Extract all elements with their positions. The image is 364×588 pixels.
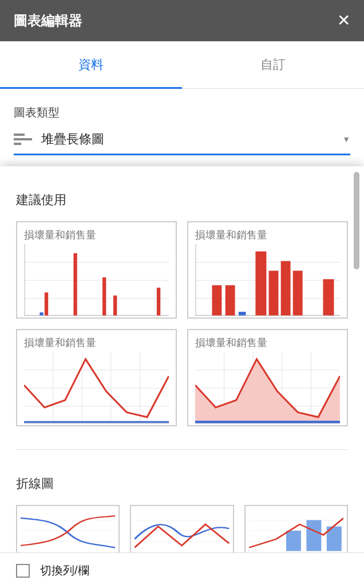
svg-rect-40 [195, 421, 340, 423]
svg-rect-51 [306, 520, 321, 551]
header-title: 圖表編輯器 [14, 11, 82, 30]
scrollbar-thumb[interactable] [354, 172, 359, 269]
svg-rect-5 [39, 312, 43, 315]
suggested-title: 建議使用 [16, 191, 348, 209]
content-area: 圖表類型 堆疊長條圖 ▼ [0, 89, 364, 155]
area-chart-icon [195, 352, 340, 425]
chart-type-label: 圖表類型 [14, 105, 350, 120]
footer-bar: 切換列/欄 [0, 552, 364, 588]
svg-rect-8 [102, 277, 106, 315]
svg-rect-19 [255, 252, 266, 316]
chevron-down-icon: ▼ [342, 135, 350, 144]
thumb-title: 損壞量和銷售量 [24, 228, 169, 242]
svg-rect-21 [281, 261, 291, 316]
svg-rect-23 [323, 279, 334, 315]
line-thumb-3[interactable] [244, 505, 348, 556]
thumb-title: 損壞量和銷售量 [195, 336, 340, 350]
thumb-title: 損壞量和銷售量 [24, 336, 169, 350]
tab-bar: 資料 自訂 [0, 41, 364, 89]
svg-rect-22 [293, 271, 303, 315]
divider [16, 449, 348, 450]
svg-rect-20 [269, 271, 279, 315]
svg-rect-17 [225, 285, 235, 316]
svg-rect-50 [286, 531, 301, 551]
svg-rect-7 [73, 253, 77, 316]
chart-type-dropdown: 建議使用 損壞量和銷售量 [0, 166, 364, 588]
chart-type-select[interactable]: 堆疊長條圖 ▼ [14, 131, 350, 155]
thumb-title: 損壞量和銷售量 [195, 228, 340, 242]
line-thumb-1[interactable] [16, 505, 120, 556]
line-thumbs-row [16, 505, 348, 556]
line-section-title: 折線圖 [16, 475, 348, 492]
stacked-bar-icon [14, 132, 32, 146]
svg-rect-9 [113, 296, 117, 316]
svg-rect-6 [45, 292, 48, 315]
suggested-grid: 損壞量和銷售量 [16, 221, 348, 426]
svg-rect-18 [239, 312, 246, 315]
chart-type-value: 堆疊長條圖 [41, 131, 342, 148]
tab-data[interactable]: 資料 [0, 41, 182, 88]
line-chart-icon [24, 352, 169, 425]
chart-thumb-bar-thin[interactable]: 損壞量和銷售量 [16, 221, 177, 319]
line-thumb-2[interactable] [130, 505, 234, 556]
bar-chart-icon [195, 244, 340, 317]
bar-chart-icon [24, 244, 169, 317]
chart-thumb-bar-thick[interactable]: 損壞量和銷售量 [187, 221, 348, 319]
tab-custom[interactable]: 自訂 [182, 41, 364, 88]
editor-header: 圖表編輯器 ✕ [0, 0, 364, 41]
close-icon[interactable]: ✕ [337, 13, 350, 29]
chart-thumb-line[interactable]: 損壞量和銷售量 [16, 329, 177, 426]
swap-rows-cols-label: 切換列/欄 [40, 563, 89, 578]
chart-thumb-area[interactable]: 損壞量和銷售量 [187, 329, 348, 426]
svg-rect-16 [212, 285, 222, 316]
swap-rows-cols-checkbox[interactable] [16, 564, 30, 578]
svg-rect-10 [157, 288, 160, 315]
